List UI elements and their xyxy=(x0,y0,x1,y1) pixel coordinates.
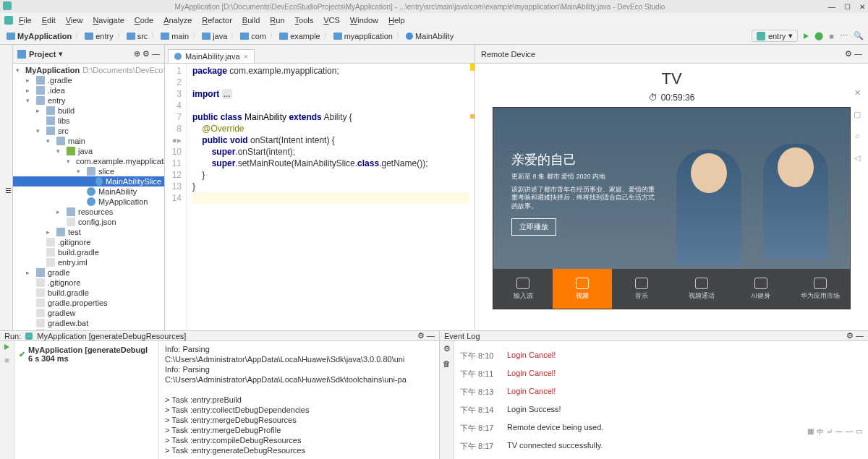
run-console-output[interactable]: Info: Parsing C:\Users\Administrator\App… xyxy=(159,341,439,459)
tree-item[interactable]: local.properties xyxy=(13,328,164,330)
tree-item[interactable]: build.gradle xyxy=(13,247,164,257)
menu-code[interactable]: Code xyxy=(130,14,158,26)
tree-item[interactable]: gradle.properties xyxy=(13,298,164,308)
menu-navigate[interactable]: Navigate xyxy=(88,14,128,26)
collapse-icon[interactable]: — xyxy=(854,49,862,58)
triangle-icon[interactable]: ◁ xyxy=(852,153,862,163)
editor-tab[interactable]: MainAbility.java × xyxy=(168,49,255,63)
menu-refactor[interactable]: Refactor xyxy=(197,14,237,26)
tv-nav-item[interactable]: 音乐 xyxy=(612,269,671,309)
menu-tools[interactable]: Tools xyxy=(291,14,318,26)
run-task-item[interactable]: ✔ MyApplication [generateDebugI 6 s 304 … xyxy=(17,344,156,364)
tv-nav-item[interactable]: 视频 xyxy=(553,269,612,309)
minimize-icon[interactable]: — xyxy=(828,3,835,11)
breadcrumb-item[interactable]: main xyxy=(158,31,191,41)
menu-view[interactable]: View xyxy=(61,14,88,26)
stop-icon[interactable]: ■ xyxy=(4,356,9,364)
tree-item[interactable]: .gitignore xyxy=(13,237,164,247)
log-row[interactable]: 下午 8:10Login Cancel! xyxy=(460,347,862,365)
square-icon[interactable]: ▢ xyxy=(852,110,862,120)
tree-item[interactable]: ▸test xyxy=(13,227,164,237)
tree-item[interactable]: config.json xyxy=(13,217,164,227)
tree-item[interactable]: ▾entry xyxy=(13,95,164,106)
breadcrumb-item[interactable]: example xyxy=(277,31,323,41)
breadcrumb-item[interactable]: java xyxy=(200,31,229,41)
tree-item[interactable]: build.gradle xyxy=(13,288,164,298)
tree-item[interactable]: ▾src xyxy=(13,126,164,136)
gear-icon[interactable]: ⚙ xyxy=(417,331,425,340)
project-tree[interactable]: ▾MyApplication D:\Documents\DevEcoStudio… xyxy=(13,64,164,330)
tree-item[interactable]: gradlew.bat xyxy=(13,318,164,328)
tv-nav-item[interactable]: 输入源 xyxy=(493,269,553,309)
tree-item[interactable]: MyApplication xyxy=(13,197,164,207)
stop-icon[interactable]: ■ xyxy=(829,32,834,40)
breadcrumb-item[interactable]: MyApplication xyxy=(4,31,74,41)
tv-nav-item[interactable]: AI健身 xyxy=(731,269,791,309)
tv-screen[interactable]: 亲爱的自己 更新至 8 集 都市 爱情 2020 内地 该剧讲述了都市青年在经历… xyxy=(493,107,851,309)
code-editor[interactable]: 123478●▸1011121314 package com.example.m… xyxy=(165,64,475,330)
tree-item[interactable]: ▾main xyxy=(13,136,164,146)
breadcrumb-item[interactable]: MainAbility xyxy=(404,31,456,41)
gear-icon[interactable]: ⚙ xyxy=(846,331,854,340)
chevron-down-icon[interactable]: ▾ xyxy=(59,49,63,59)
tree-item[interactable]: gradlew xyxy=(13,308,164,318)
tree-item[interactable]: .gitignore xyxy=(13,278,164,288)
collapse-icon[interactable]: — xyxy=(152,49,160,58)
code-content[interactable]: package com.example.myapplication; impor… xyxy=(187,64,475,330)
tree-item[interactable]: ▸.gradle xyxy=(13,75,164,85)
log-row[interactable]: 下午 8:13Login Cancel! xyxy=(460,383,862,401)
log-row[interactable]: 下午 8:17TV connected successfully. xyxy=(460,437,862,455)
tree-item[interactable]: MainAbility xyxy=(13,186,164,197)
collapse-icon[interactable]: — xyxy=(856,331,864,340)
more-icon[interactable]: ⋯ xyxy=(840,31,848,40)
tv-nav-item[interactable]: 视频通话 xyxy=(672,269,731,309)
run-task-tree[interactable]: ✔ MyApplication [generateDebugI 6 s 304 … xyxy=(14,341,159,459)
maximize-icon[interactable]: ☐ xyxy=(844,3,851,11)
log-row[interactable]: 下午 8:11Login Cancel! xyxy=(460,365,862,383)
left-tool-strip[interactable]: ☰ xyxy=(0,45,13,330)
debug-icon[interactable]: ⬤ xyxy=(814,31,823,40)
tree-item[interactable]: entry.iml xyxy=(13,257,164,267)
tree-item[interactable]: ▾com.example.myapplication xyxy=(13,156,164,166)
tree-item[interactable]: ▸.idea xyxy=(13,85,164,95)
menu-window[interactable]: Window xyxy=(346,14,383,26)
breadcrumb-item[interactable]: entry xyxy=(82,31,115,41)
collapse-icon[interactable]: — xyxy=(427,331,435,340)
run-config-selector[interactable]: entry ▾ xyxy=(752,30,798,42)
menu-analyze[interactable]: Analyze xyxy=(159,14,196,26)
log-row[interactable]: 下午 8:14Login Success! xyxy=(460,401,862,419)
gear-icon[interactable]: ⚙ xyxy=(845,49,852,58)
tree-item[interactable]: libs xyxy=(13,116,164,126)
target-icon[interactable]: ⊕ xyxy=(134,49,140,58)
menu-vcs[interactable]: VCS xyxy=(319,14,344,26)
menu-build[interactable]: Build xyxy=(238,14,264,26)
run-button[interactable] xyxy=(804,33,809,39)
tree-item[interactable]: ▸gradle xyxy=(13,267,164,278)
tree-item[interactable]: ▾java xyxy=(13,146,164,156)
tab-close-icon[interactable]: × xyxy=(244,52,248,61)
menu-file[interactable]: File xyxy=(14,14,36,26)
log-row[interactable]: 下午 8:17Remote device being used. xyxy=(460,419,862,437)
menu-edit[interactable]: Edit xyxy=(38,14,60,26)
tree-item[interactable]: ▾slice xyxy=(13,166,164,176)
filter-icon[interactable]: ⚙ xyxy=(443,344,451,353)
tree-root[interactable]: ▾MyApplication D:\Documents\DevEcoStudio… xyxy=(13,65,164,75)
close-icon[interactable]: ✕ xyxy=(852,88,862,98)
rerun-icon[interactable] xyxy=(4,344,9,350)
tv-play-button[interactable]: 立即播放 xyxy=(511,218,556,236)
gear-icon[interactable]: ⚙ xyxy=(142,49,150,58)
close-icon[interactable]: ✕ xyxy=(859,3,865,11)
clear-icon[interactable]: 🗑 xyxy=(443,359,451,368)
menu-run[interactable]: Run xyxy=(265,14,289,26)
circle-icon[interactable]: ○ xyxy=(852,132,862,142)
search-icon[interactable]: 🔍 xyxy=(854,31,864,40)
menu-help[interactable]: Help xyxy=(384,14,409,26)
breadcrumb-item[interactable]: myapplication xyxy=(331,31,395,41)
tree-item[interactable]: MainAbilitySlice xyxy=(13,176,164,186)
project-tab-label[interactable]: ☰ xyxy=(5,186,12,194)
tree-item[interactable]: ▸build xyxy=(13,106,164,116)
event-log-list[interactable]: 下午 8:10Login Cancel!下午 8:11Login Cancel!… xyxy=(454,341,868,459)
breadcrumb-item[interactable]: src xyxy=(124,31,150,41)
tv-nav-item[interactable]: 华为应用市场 xyxy=(791,269,850,309)
breadcrumb-item[interactable]: com xyxy=(238,31,268,41)
